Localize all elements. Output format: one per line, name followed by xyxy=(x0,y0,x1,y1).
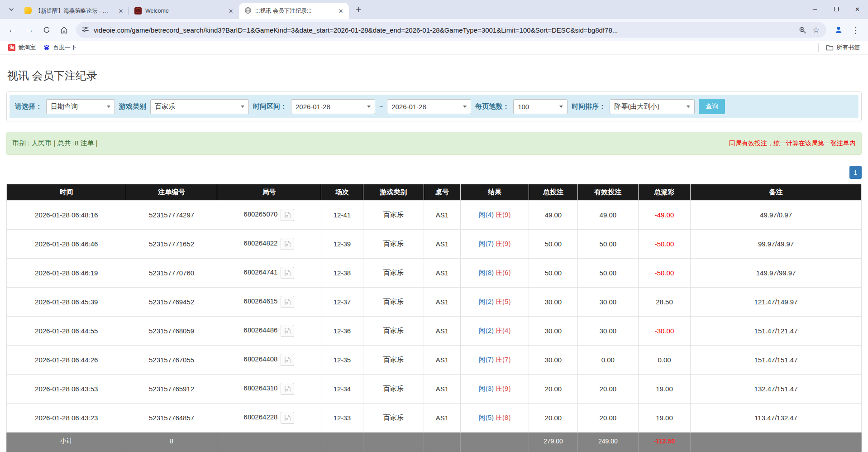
cell-total-bet: 30.00 xyxy=(529,288,578,317)
cell-valid-bet: 30.00 xyxy=(577,288,638,317)
video-record-button[interactable] xyxy=(281,267,294,279)
round-number: 680264228 xyxy=(243,413,277,421)
back-button[interactable]: ← xyxy=(5,22,20,38)
cell-valid-bet: 49.00 xyxy=(577,201,638,230)
cell-game: 百家乐 xyxy=(363,201,424,230)
cell-time: 2026-01-28 06:43:23 xyxy=(7,404,126,433)
new-tab-button[interactable]: + xyxy=(352,3,365,16)
video-record-button[interactable] xyxy=(281,354,294,366)
game-kind-label: 游戏类别 xyxy=(119,102,146,111)
home-icon xyxy=(60,26,68,34)
video-record-button[interactable] xyxy=(281,296,294,308)
tab-close-icon[interactable]: ✕ xyxy=(337,7,344,14)
tab-title: 【新提醒】海燕策略论坛 - 综合 xyxy=(35,7,114,15)
video-record-icon xyxy=(284,240,291,248)
sum-empty xyxy=(321,433,363,450)
cell-total-bet: 50.00 xyxy=(529,230,578,259)
cell-time: 2026-01-28 06:46:19 xyxy=(7,259,126,288)
sum-empty xyxy=(217,450,321,452)
browser-tab[interactable]: Welcome ✕ xyxy=(129,3,239,19)
video-record-button[interactable] xyxy=(281,325,294,337)
sum-empty xyxy=(461,433,529,450)
home-button[interactable] xyxy=(56,22,72,38)
per-page-dropdown[interactable]: 100 xyxy=(513,99,568,114)
site-settings-icon[interactable] xyxy=(81,25,89,35)
minimize-button[interactable]: ─ xyxy=(804,0,825,18)
cell-game: 百家乐 xyxy=(363,346,424,375)
address-bar[interactable]: videoie.com/game/betrecord_search/kind3?… xyxy=(76,22,826,38)
profile-avatar[interactable] xyxy=(831,22,846,38)
result-banker: 庄(4) xyxy=(496,327,510,334)
caret-down-icon xyxy=(687,106,690,108)
tab-close-icon[interactable]: ✕ xyxy=(227,7,234,14)
video-record-icon xyxy=(284,269,291,277)
column-header: 结果 xyxy=(461,184,529,201)
currency-total-text: 币别 : 人民币 | 总共 :8 注单 | xyxy=(12,139,98,148)
video-record-button[interactable] xyxy=(281,238,294,250)
cell-total-bet: 20.00 xyxy=(529,375,578,404)
video-record-button[interactable] xyxy=(281,412,294,424)
date-start-dropdown[interactable]: 2026-01-28 xyxy=(291,99,375,114)
reload-icon xyxy=(43,26,51,34)
table-row: 2026-01-28 06:48:16 523157774297 6802650… xyxy=(7,201,862,230)
cell-remark: 149.97/99.97 xyxy=(691,259,862,288)
time-sort-label: 时间排序： xyxy=(572,102,606,111)
video-record-icon xyxy=(284,212,291,219)
date-end-dropdown[interactable]: 2026-01-28 xyxy=(387,99,471,114)
all-bookmarks-button[interactable]: 所有书签 xyxy=(822,42,863,53)
zoom-icon[interactable] xyxy=(796,23,809,37)
sum-payout: -112.50 xyxy=(638,433,690,450)
page-1-button[interactable]: 1 xyxy=(849,166,862,179)
game-kind-dropdown[interactable]: 百家乐 xyxy=(150,99,249,114)
tab-search-button[interactable] xyxy=(4,2,19,17)
bookmark-item[interactable]: 百度一下 xyxy=(39,42,80,53)
bookmark-label: 百度一下 xyxy=(53,43,76,52)
table-row: 2026-01-28 06:43:53 523157765912 6802643… xyxy=(7,375,862,404)
tab-close-icon[interactable]: ✕ xyxy=(117,7,124,14)
cell-valid-bet: 50.00 xyxy=(577,259,638,288)
cell-time: 2026-01-28 06:48:16 xyxy=(7,201,126,230)
search-button[interactable]: 查询 xyxy=(699,99,725,114)
bookmarks-divider xyxy=(818,43,819,52)
close-window-button[interactable]: ✕ xyxy=(847,0,868,18)
bookmark-item[interactable]: 淘爱淘宝 xyxy=(5,42,39,53)
cell-valid-bet: 30.00 xyxy=(577,317,638,346)
cell-remark: 132.47/151.47 xyxy=(691,375,862,404)
cell-time: 2026-01-28 06:44:26 xyxy=(7,346,126,375)
result-player: 闲(3) xyxy=(479,385,494,392)
reload-button[interactable] xyxy=(39,22,54,38)
cell-payout: -49.00 xyxy=(638,201,690,230)
summary-row: 总计 8 279.00 249.00 -112.50 xyxy=(7,450,862,452)
table-header-row: 时间注单编号局号场次游戏类别桌号结果总投注有效投注总派彩备注 xyxy=(7,184,862,201)
cell-total-bet: 49.00 xyxy=(529,201,578,230)
video-record-button[interactable] xyxy=(281,383,294,395)
sum-label: 小计 xyxy=(7,433,126,450)
caret-down-icon xyxy=(241,106,244,108)
result-player: 闲(2) xyxy=(479,327,494,334)
cell-result: 闲(5)庄(8) xyxy=(461,404,529,433)
browser-menu-button[interactable]: ⋮ xyxy=(848,22,863,38)
video-record-button[interactable] xyxy=(281,209,294,221)
time-sort-dropdown[interactable]: 降幂(由大到小) xyxy=(610,99,695,114)
summary-bar: 币别 : 人民币 | 总共 :8 注单 | 同局有效投注，统一计算在该局第一张注… xyxy=(6,132,862,155)
records-tbody: 2026-01-28 06:48:16 523157774297 6802650… xyxy=(7,201,862,452)
table-row: 2026-01-28 06:45:39 523157769452 6802646… xyxy=(7,288,862,317)
bookmark-star-icon[interactable]: ☆ xyxy=(809,23,823,37)
url-text[interactable]: videoie.com/game/betrecord_search/kind3?… xyxy=(94,26,796,34)
cell-time: 2026-01-28 06:46:46 xyxy=(7,230,126,259)
cell-bet-id: 523157768059 xyxy=(126,317,217,346)
result-player: 闲(8) xyxy=(479,269,494,276)
browser-tab[interactable]: :::视讯 会员下注纪录::: ✕ xyxy=(239,3,349,19)
date-range-tilde: ~ xyxy=(379,103,383,110)
forward-button[interactable]: → xyxy=(22,22,37,38)
cell-remark: 49.97/0.97 xyxy=(691,201,862,230)
column-header: 场次 xyxy=(321,184,363,201)
caret-down-icon xyxy=(559,106,563,108)
browser-tab[interactable]: 【新提醒】海燕策略论坛 - 综合 ✕ xyxy=(19,3,129,19)
column-header: 总派彩 xyxy=(638,184,690,201)
cell-bet-id: 523157771652 xyxy=(126,230,217,259)
result-banker: 庄(9) xyxy=(496,211,510,218)
query-type-dropdown[interactable]: 日期查询 xyxy=(46,99,115,114)
cell-time: 2026-01-28 06:43:53 xyxy=(7,375,126,404)
maximize-button[interactable] xyxy=(825,0,847,18)
